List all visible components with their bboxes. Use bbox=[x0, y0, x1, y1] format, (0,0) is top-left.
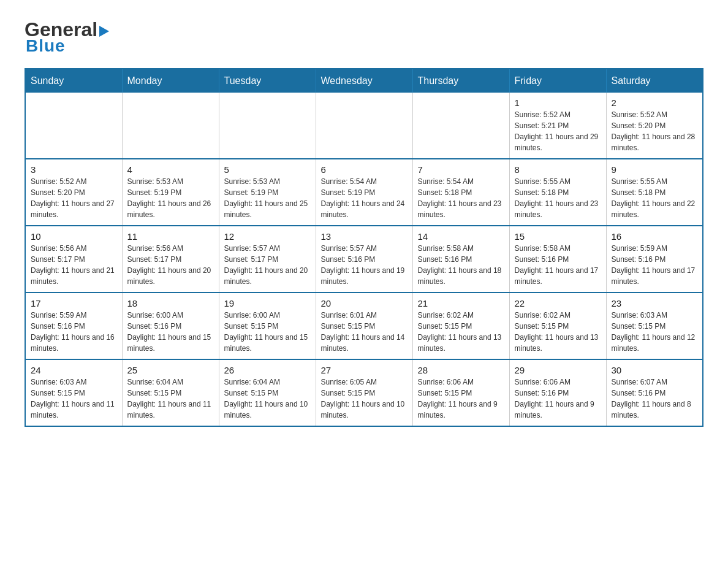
day-number: 15 bbox=[515, 231, 601, 242]
day-info: Sunrise: 6:06 AMSunset: 5:16 PMDaylight:… bbox=[515, 377, 601, 421]
day-number: 5 bbox=[224, 164, 311, 175]
calendar-cell: 11Sunrise: 5:56 AMSunset: 5:17 PMDayligh… bbox=[122, 226, 219, 293]
day-number: 13 bbox=[321, 231, 408, 242]
day-info: Sunrise: 6:04 AMSunset: 5:15 PMDaylight:… bbox=[224, 377, 311, 421]
day-info: Sunrise: 6:02 AMSunset: 5:15 PMDaylight:… bbox=[418, 310, 504, 354]
calendar-cell bbox=[122, 93, 219, 159]
day-number: 14 bbox=[418, 231, 504, 242]
day-number: 18 bbox=[127, 298, 214, 308]
day-info: Sunrise: 6:00 AMSunset: 5:15 PMDaylight:… bbox=[224, 310, 311, 354]
day-number: 26 bbox=[224, 365, 311, 375]
calendar-header-sunday: Sunday bbox=[25, 69, 122, 93]
logo-chevron-icon bbox=[99, 26, 109, 37]
day-number: 2 bbox=[612, 98, 698, 108]
calendar-header-friday: Friday bbox=[509, 69, 606, 93]
day-info: Sunrise: 5:54 AMSunset: 5:18 PMDaylight:… bbox=[418, 176, 504, 220]
day-number: 23 bbox=[612, 298, 698, 308]
calendar-cell: 13Sunrise: 5:57 AMSunset: 5:16 PMDayligh… bbox=[316, 226, 412, 293]
day-info: Sunrise: 6:03 AMSunset: 5:15 PMDaylight:… bbox=[612, 310, 698, 354]
calendar-cell: 9Sunrise: 5:55 AMSunset: 5:18 PMDaylight… bbox=[606, 159, 703, 226]
page-header: General Blue bbox=[25, 18, 703, 56]
calendar-header-saturday: Saturday bbox=[606, 69, 703, 93]
calendar-cell: 6Sunrise: 5:54 AMSunset: 5:19 PMDaylight… bbox=[316, 159, 412, 226]
day-info: Sunrise: 5:58 AMSunset: 5:16 PMDaylight:… bbox=[515, 243, 601, 287]
calendar-cell: 24Sunrise: 6:03 AMSunset: 5:15 PMDayligh… bbox=[25, 359, 122, 426]
day-number: 7 bbox=[418, 164, 504, 175]
calendar-cell: 12Sunrise: 5:57 AMSunset: 5:17 PMDayligh… bbox=[219, 226, 316, 293]
day-number: 24 bbox=[31, 365, 117, 375]
calendar-cell: 18Sunrise: 6:00 AMSunset: 5:16 PMDayligh… bbox=[122, 293, 219, 359]
calendar-cell: 25Sunrise: 6:04 AMSunset: 5:15 PMDayligh… bbox=[122, 359, 219, 426]
day-number: 8 bbox=[515, 164, 601, 175]
day-info: Sunrise: 6:00 AMSunset: 5:16 PMDaylight:… bbox=[127, 310, 214, 354]
calendar-cell: 7Sunrise: 5:54 AMSunset: 5:18 PMDaylight… bbox=[412, 159, 509, 226]
day-number: 10 bbox=[31, 231, 117, 242]
day-info: Sunrise: 5:55 AMSunset: 5:18 PMDaylight:… bbox=[612, 176, 698, 220]
calendar-table: SundayMondayTuesdayWednesdayThursdayFrid… bbox=[25, 68, 703, 427]
calendar-cell: 10Sunrise: 5:56 AMSunset: 5:17 PMDayligh… bbox=[25, 226, 122, 293]
calendar-week-row: 17Sunrise: 5:59 AMSunset: 5:16 PMDayligh… bbox=[25, 293, 703, 359]
calendar-cell: 29Sunrise: 6:06 AMSunset: 5:16 PMDayligh… bbox=[509, 359, 606, 426]
day-info: Sunrise: 5:57 AMSunset: 5:16 PMDaylight:… bbox=[321, 243, 408, 287]
logo: General Blue bbox=[25, 18, 111, 56]
calendar-cell bbox=[412, 93, 509, 159]
day-number: 3 bbox=[31, 164, 117, 175]
calendar-cell: 1Sunrise: 5:52 AMSunset: 5:21 PMDaylight… bbox=[509, 93, 606, 159]
calendar-cell: 17Sunrise: 5:59 AMSunset: 5:16 PMDayligh… bbox=[25, 293, 122, 359]
day-number: 30 bbox=[612, 365, 698, 375]
calendar-cell: 16Sunrise: 5:59 AMSunset: 5:16 PMDayligh… bbox=[606, 226, 703, 293]
day-info: Sunrise: 5:56 AMSunset: 5:17 PMDaylight:… bbox=[31, 243, 117, 287]
calendar-cell: 19Sunrise: 6:00 AMSunset: 5:15 PMDayligh… bbox=[219, 293, 316, 359]
calendar-cell bbox=[25, 93, 122, 159]
day-info: Sunrise: 6:05 AMSunset: 5:15 PMDaylight:… bbox=[321, 377, 408, 421]
calendar-cell: 14Sunrise: 5:58 AMSunset: 5:16 PMDayligh… bbox=[412, 226, 509, 293]
calendar-cell: 8Sunrise: 5:55 AMSunset: 5:18 PMDaylight… bbox=[509, 159, 606, 226]
day-info: Sunrise: 5:59 AMSunset: 5:16 PMDaylight:… bbox=[612, 243, 698, 287]
day-info: Sunrise: 5:52 AMSunset: 5:20 PMDaylight:… bbox=[31, 176, 117, 220]
day-info: Sunrise: 6:04 AMSunset: 5:15 PMDaylight:… bbox=[127, 377, 214, 421]
day-info: Sunrise: 6:06 AMSunset: 5:15 PMDaylight:… bbox=[418, 377, 504, 421]
calendar-header-monday: Monday bbox=[122, 69, 219, 93]
day-info: Sunrise: 6:01 AMSunset: 5:15 PMDaylight:… bbox=[321, 310, 408, 354]
calendar-cell: 28Sunrise: 6:06 AMSunset: 5:15 PMDayligh… bbox=[412, 359, 509, 426]
day-number: 25 bbox=[127, 365, 214, 375]
calendar-cell: 20Sunrise: 6:01 AMSunset: 5:15 PMDayligh… bbox=[316, 293, 412, 359]
day-info: Sunrise: 5:59 AMSunset: 5:16 PMDaylight:… bbox=[31, 310, 117, 354]
day-info: Sunrise: 6:07 AMSunset: 5:16 PMDaylight:… bbox=[612, 377, 698, 421]
day-number: 9 bbox=[612, 164, 698, 175]
calendar-cell bbox=[219, 93, 316, 159]
calendar-header-thursday: Thursday bbox=[412, 69, 509, 93]
day-number: 19 bbox=[224, 298, 311, 308]
day-number: 1 bbox=[515, 98, 601, 108]
calendar-cell: 4Sunrise: 5:53 AMSunset: 5:19 PMDaylight… bbox=[122, 159, 219, 226]
calendar-cell: 27Sunrise: 6:05 AMSunset: 5:15 PMDayligh… bbox=[316, 359, 412, 426]
day-number: 6 bbox=[321, 164, 408, 175]
day-info: Sunrise: 6:02 AMSunset: 5:15 PMDaylight:… bbox=[515, 310, 601, 354]
calendar-cell bbox=[316, 93, 412, 159]
day-info: Sunrise: 5:56 AMSunset: 5:17 PMDaylight:… bbox=[127, 243, 214, 287]
day-info: Sunrise: 5:52 AMSunset: 5:20 PMDaylight:… bbox=[612, 109, 698, 153]
calendar-cell: 26Sunrise: 6:04 AMSunset: 5:15 PMDayligh… bbox=[219, 359, 316, 426]
day-number: 16 bbox=[612, 231, 698, 242]
day-number: 11 bbox=[127, 231, 214, 242]
day-number: 21 bbox=[418, 298, 504, 308]
calendar-cell: 30Sunrise: 6:07 AMSunset: 5:16 PMDayligh… bbox=[606, 359, 703, 426]
day-number: 29 bbox=[515, 365, 601, 375]
day-number: 27 bbox=[321, 365, 408, 375]
calendar-week-row: 3Sunrise: 5:52 AMSunset: 5:20 PMDaylight… bbox=[25, 159, 703, 226]
day-number: 17 bbox=[31, 298, 117, 308]
calendar-cell: 2Sunrise: 5:52 AMSunset: 5:20 PMDaylight… bbox=[606, 93, 703, 159]
calendar-week-row: 24Sunrise: 6:03 AMSunset: 5:15 PMDayligh… bbox=[25, 359, 703, 426]
day-number: 4 bbox=[127, 164, 214, 175]
calendar-week-row: 10Sunrise: 5:56 AMSunset: 5:17 PMDayligh… bbox=[25, 226, 703, 293]
day-info: Sunrise: 5:52 AMSunset: 5:21 PMDaylight:… bbox=[515, 109, 601, 153]
day-info: Sunrise: 5:55 AMSunset: 5:18 PMDaylight:… bbox=[515, 176, 601, 220]
day-info: Sunrise: 5:53 AMSunset: 5:19 PMDaylight:… bbox=[127, 176, 214, 220]
day-number: 28 bbox=[418, 365, 504, 375]
day-info: Sunrise: 5:54 AMSunset: 5:19 PMDaylight:… bbox=[321, 176, 408, 220]
calendar-cell: 3Sunrise: 5:52 AMSunset: 5:20 PMDaylight… bbox=[25, 159, 122, 226]
day-info: Sunrise: 5:53 AMSunset: 5:19 PMDaylight:… bbox=[224, 176, 311, 220]
day-number: 12 bbox=[224, 231, 311, 242]
day-info: Sunrise: 6:03 AMSunset: 5:15 PMDaylight:… bbox=[31, 377, 117, 421]
calendar-header-row: SundayMondayTuesdayWednesdayThursdayFrid… bbox=[25, 69, 703, 93]
